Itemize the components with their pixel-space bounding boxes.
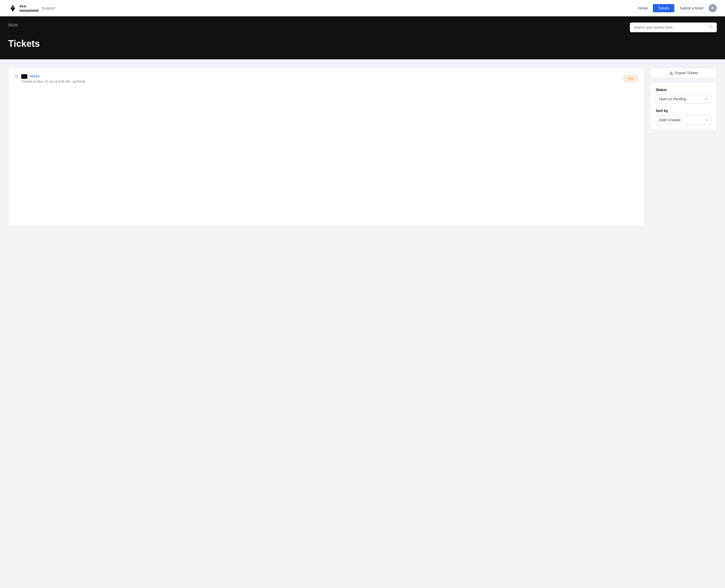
nav-tickets-button[interactable]: Tickets [653, 4, 674, 12]
ticket-color-badge [21, 74, 27, 79]
ticket-info: #8494 Created on Mon, 24 Jun at 8:44 AM … [21, 74, 85, 83]
logo-text: ecomovement [19, 4, 39, 13]
nav-home[interactable]: Home [634, 4, 652, 12]
main-content: #8494 Created on Mon, 24 Jun at 8:44 AM … [0, 59, 725, 234]
ticket-left-section: #8494 Created on Mon, 24 Jun at 8:44 AM … [15, 74, 85, 83]
export-label: Export Tickets [676, 71, 698, 75]
ticket-meta: Created on Mon, 24 Jun at 8:44 AM - via … [21, 80, 85, 83]
ticket-title-row: #8494 [21, 74, 85, 79]
status-filter-label: Status [656, 88, 711, 92]
table-row: #8494 Created on Mon, 24 Jun at 8:44 AM … [15, 74, 638, 88]
sort-filter-label: Sort by [656, 109, 711, 113]
search-input[interactable] [634, 25, 707, 29]
status-badge: Open [624, 76, 638, 81]
breadcrumb-home[interactable]: Home [8, 22, 18, 27]
sort-filter-select[interactable]: Date Created Last Updated Status [656, 115, 711, 125]
search-icon [709, 25, 713, 30]
page-title: Tickets [8, 38, 717, 49]
tickets-list-panel: #8494 Created on Mon, 24 Jun at 8:44 AM … [8, 67, 644, 226]
svg-marker-1 [11, 5, 15, 8]
logo: ecomovement Support [8, 4, 55, 13]
svg-point-2 [709, 25, 712, 28]
navbar: ecomovement Support Home Tickets Submit … [0, 0, 725, 16]
nav-submit-ticket-button[interactable]: Submit a ticket [676, 4, 708, 13]
globe-icon [15, 75, 19, 80]
eco-movement-logo-icon [8, 4, 17, 13]
logo-support-label: Support [42, 6, 55, 10]
search-bar [630, 22, 717, 32]
main-nav: Home Tickets Submit a ticket R [634, 4, 717, 13]
hero-section: Home Tickets [0, 16, 725, 59]
svg-line-3 [712, 28, 712, 28]
export-tickets-button[interactable]: Export Tickets [650, 67, 717, 78]
ticket-id-link[interactable]: #8494 [29, 74, 39, 78]
sidebar-panel: Export Tickets Status Open or Pending Op… [650, 67, 717, 130]
filter-card: Status Open or Pending Open Pending Solv… [650, 82, 717, 130]
download-icon [669, 71, 673, 75]
status-filter-select[interactable]: Open or Pending Open Pending Solved All [656, 94, 711, 104]
avatar[interactable]: R [709, 4, 717, 12]
